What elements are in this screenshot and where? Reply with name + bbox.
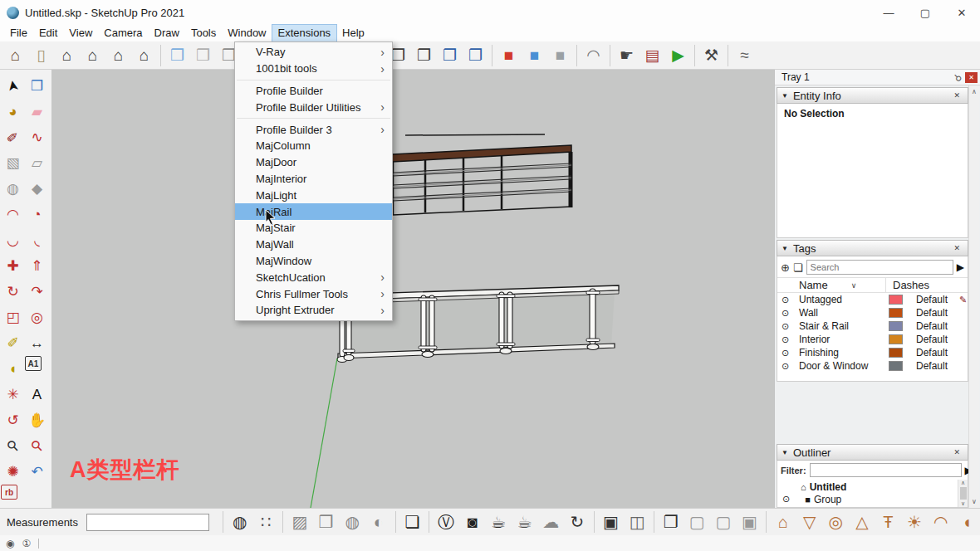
maximize-button[interactable]: ▢ bbox=[907, 0, 943, 25]
tag-row-stair-rail[interactable]: ⊙ Stair & Rail Default bbox=[777, 319, 968, 333]
add-tag-folder-icon[interactable]: ❏ bbox=[793, 261, 803, 274]
pie-tool-icon[interactable]: ◔ bbox=[25, 202, 49, 227]
tag-row-wall[interactable]: ⊙ Wall Default bbox=[777, 306, 968, 319]
entity-info-close-icon[interactable]: ✕ bbox=[950, 90, 963, 101]
box-blue-icon[interactable]: ■ bbox=[522, 44, 547, 67]
component-blue-2-icon[interactable]: ❐ bbox=[463, 44, 488, 67]
tags-header[interactable]: ▼ Tags ✕ bbox=[777, 240, 968, 256]
vray-render-teapot-icon[interactable]: ☕ bbox=[485, 510, 512, 534]
minimize-button[interactable]: — bbox=[870, 0, 907, 25]
eye-icon[interactable]: ⊙ bbox=[782, 494, 790, 505]
inspect-tool-icon[interactable]: ⚒ bbox=[698, 44, 724, 67]
tags-detail-icon[interactable]: ▶ bbox=[957, 261, 964, 273]
follow-me-tool-icon[interactable]: ↷ bbox=[25, 279, 49, 305]
collapse-icon[interactable]: ▼ bbox=[782, 449, 788, 456]
light-rect-icon[interactable]: ⌂ bbox=[770, 510, 796, 534]
vray-lock-frame-icon[interactable]: ▣ bbox=[737, 510, 763, 534]
dimension-tool-icon[interactable]: ↔ bbox=[25, 330, 49, 356]
menu-item-v-ray[interactable]: V-Ray› bbox=[235, 44, 392, 61]
tag-color-swatch[interactable] bbox=[889, 348, 903, 358]
collapse-icon[interactable]: ▼ bbox=[782, 245, 788, 252]
protractor-tool-icon[interactable]: ◖ bbox=[1, 356, 25, 382]
style-xray-icon[interactable]: ❒ bbox=[164, 44, 190, 67]
scroll-up-icon[interactable]: ∧ bbox=[961, 480, 965, 486]
outliner-close-icon[interactable]: ✕ bbox=[950, 446, 963, 458]
menu-draw[interactable]: Draw bbox=[149, 25, 185, 41]
tag-row-finishing[interactable]: ⊙ Finishing Default bbox=[777, 346, 968, 359]
view-back-icon[interactable]: ⌂ bbox=[80, 44, 105, 67]
view-top-icon[interactable]: ⌂ bbox=[131, 44, 157, 67]
menu-edit[interactable]: Edit bbox=[33, 25, 63, 41]
menu-file[interactable]: File bbox=[4, 25, 33, 41]
vray-sync-icon[interactable]: ↻ bbox=[564, 510, 590, 534]
scroll-thumb[interactable] bbox=[960, 487, 967, 500]
eye-icon[interactable]: ⊙ bbox=[782, 321, 799, 332]
outliner-scrollbar[interactable]: ∧ ∨ bbox=[958, 480, 968, 507]
round-corner-icon[interactable]: ◠ bbox=[581, 44, 606, 67]
menu-tools[interactable]: Tools bbox=[185, 25, 222, 41]
menu-extensions[interactable]: Extensions bbox=[272, 25, 337, 41]
light-omni-icon[interactable]: ◎ bbox=[822, 510, 849, 534]
tags-name-column[interactable]: Name bbox=[799, 279, 828, 291]
outliner-root-item[interactable]: ⌂ Untitled bbox=[782, 480, 956, 493]
entity-info-header[interactable]: ▼ Entity Info ✕ bbox=[777, 87, 968, 104]
vray-image-frame-icon[interactable]: ▢ bbox=[710, 510, 737, 534]
model-canvas[interactable]: A类型栏杆 bbox=[51, 70, 774, 508]
close-button[interactable]: ✕ bbox=[943, 0, 980, 25]
quarter-pie-tool-icon[interactable]: ◟ bbox=[25, 227, 49, 253]
tray-header[interactable]: Tray 1 ⚲ ✕ bbox=[775, 70, 980, 85]
outliner-group-item[interactable]: ⊙ ■ Group bbox=[782, 493, 956, 505]
vray-interactive-render-icon[interactable]: ☕ bbox=[512, 510, 538, 534]
menu-item-majwindow[interactable]: MajWindow bbox=[235, 253, 392, 270]
sort-chevron-icon[interactable]: ∨ bbox=[851, 281, 857, 290]
push-pull-tool-icon[interactable]: ⇑ bbox=[25, 253, 49, 279]
three-point-arc-tool-icon[interactable]: ◡ bbox=[1, 227, 25, 253]
eye-icon[interactable]: ⊙ bbox=[782, 348, 799, 358]
view-iso-icon[interactable]: ⌂ bbox=[2, 44, 28, 67]
tag-row-untagged[interactable]: ⊙ Untagged Default ✎ bbox=[777, 293, 968, 306]
menu-view[interactable]: View bbox=[63, 25, 98, 41]
component-mixed-icon[interactable]: ❐ bbox=[411, 44, 437, 67]
rotate-tool-icon[interactable]: ↻ bbox=[1, 279, 25, 305]
vray-cube-icon[interactable]: ❒ bbox=[313, 510, 340, 534]
tags-close-icon[interactable]: ✕ bbox=[950, 242, 963, 254]
vray-checker-sphere-icon[interactable]: ◐ bbox=[365, 510, 392, 534]
curvature-arcs-icon[interactable]: ≈ bbox=[732, 44, 757, 67]
menu-item-majinterior[interactable]: MajInterior bbox=[235, 171, 392, 188]
eye-icon[interactable]: ⊙ bbox=[782, 334, 799, 345]
dialog-list-icon[interactable]: ▤ bbox=[639, 44, 665, 67]
tray-close-icon[interactable]: ✕ bbox=[965, 72, 978, 83]
vray-cloud-render-icon[interactable]: ☁ bbox=[538, 510, 565, 534]
measurements-input[interactable] bbox=[86, 514, 209, 531]
vray-frame-buffer-icon[interactable]: ◫ bbox=[624, 510, 650, 534]
tag-color-swatch[interactable] bbox=[889, 308, 903, 318]
text-tool-icon[interactable]: A1 bbox=[25, 356, 42, 371]
geolocate-icon[interactable]: ◉ bbox=[6, 538, 14, 549]
tags-column-header[interactable]: Name ∨ Dashes bbox=[777, 277, 968, 293]
menu-item-profile-builder-utilities[interactable]: Profile Builder Utilities› bbox=[235, 99, 392, 115]
tag-color-swatch[interactable] bbox=[889, 361, 903, 371]
view-front-icon[interactable]: ⌂ bbox=[54, 44, 80, 67]
light-sun-icon[interactable]: ☀ bbox=[901, 510, 928, 534]
vray-file-manager-icon[interactable]: ∷ bbox=[253, 510, 280, 534]
eraser-tool-icon[interactable]: ▰ bbox=[25, 99, 49, 124]
ruby-console-tool-icon[interactable]: rb bbox=[1, 485, 17, 500]
menu-item-sketchucation[interactable]: SketchUcation› bbox=[235, 269, 392, 285]
light-tripod-icon[interactable]: Ŧ bbox=[875, 510, 902, 534]
menu-item-majwall[interactable]: MajWall bbox=[235, 236, 392, 253]
scroll-down-icon[interactable]: ∨ bbox=[961, 500, 965, 507]
view-box-icon[interactable]: ▯ bbox=[28, 44, 54, 67]
pencil-icon[interactable]: ✎ bbox=[959, 295, 967, 305]
menu-item-upright-extruder[interactable]: Upright Extruder› bbox=[235, 302, 392, 319]
vray-gradient-icon[interactable]: ▨ bbox=[287, 510, 313, 534]
menu-item-chris-fullmer-tools[interactable]: Chris Fullmer Tools› bbox=[235, 285, 392, 302]
vray-pick-object-icon[interactable]: ❏ bbox=[399, 510, 426, 534]
axes-tool-icon[interactable]: ✳ bbox=[1, 382, 25, 407]
tag-row-door-window[interactable]: ⊙ Door & Window Default bbox=[777, 359, 968, 373]
menu-window[interactable]: Window bbox=[222, 25, 272, 41]
light-spot-icon[interactable]: ▽ bbox=[796, 510, 823, 534]
eye-icon[interactable]: ⊙ bbox=[782, 308, 799, 319]
vray-dotted-sphere-icon[interactable]: ◍ bbox=[339, 510, 365, 534]
vray-asset-editor-icon[interactable]: ◍ bbox=[227, 510, 253, 534]
export-green-icon[interactable]: ▶ bbox=[665, 44, 691, 67]
